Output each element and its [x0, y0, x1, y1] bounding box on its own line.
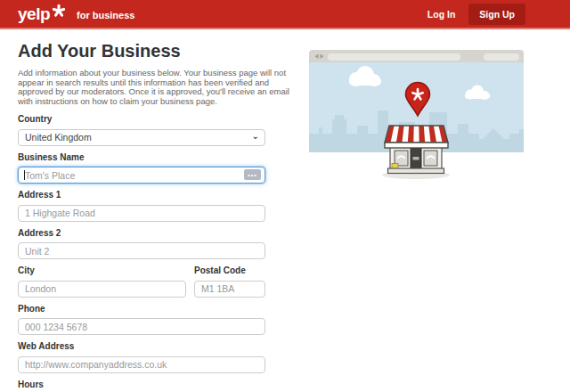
- phone-input[interactable]: [18, 318, 265, 335]
- city-input[interactable]: [18, 281, 186, 298]
- brand[interactable]: yelp for business: [18, 4, 134, 24]
- signup-button[interactable]: Sign Up: [468, 4, 525, 25]
- open-sign: [392, 164, 398, 168]
- country-select[interactable]: United Kingdom: [18, 129, 265, 146]
- store-base: [388, 168, 444, 174]
- awning-valance: [385, 143, 448, 148]
- business-name-group: Business Name •••: [18, 152, 265, 184]
- postal-code-input[interactable]: [194, 281, 265, 298]
- city-group: City: [18, 265, 186, 298]
- business-name-input[interactable]: [18, 167, 265, 184]
- store-window-right: [424, 151, 437, 166]
- chrome-right-pill: [484, 53, 519, 61]
- autofill-icon[interactable]: •••: [244, 169, 261, 180]
- address1-input[interactable]: [18, 205, 265, 222]
- web-address-input[interactable]: [18, 356, 265, 373]
- page-description: Add information about your business belo…: [18, 69, 301, 106]
- yelp-logo: yelp: [18, 4, 50, 24]
- web-address-label: Web Address: [18, 341, 265, 352]
- city-label: City: [18, 265, 186, 276]
- url-bar: [328, 53, 460, 61]
- address1-group: Address 1: [18, 190, 265, 222]
- address1-label: Address 1: [18, 190, 265, 200]
- header: yelp for business Log In Sign Up: [0, 0, 570, 29]
- postal-code-group: Postal Code: [194, 265, 265, 298]
- store-awning: [385, 126, 448, 148]
- business-name-label: Business Name: [18, 152, 265, 163]
- phone-label: Phone: [18, 304, 265, 314]
- text-cursor: [24, 170, 25, 180]
- address2-group: Address 2: [18, 228, 265, 260]
- hours-group: Hours: [18, 380, 265, 392]
- login-link[interactable]: Log In: [428, 9, 456, 20]
- address2-label: Address 2: [18, 228, 265, 239]
- yelp-burst-icon: [52, 4, 66, 21]
- phone-group: Phone: [18, 304, 265, 336]
- country-label: Country: [18, 114, 265, 125]
- city-postal-row: City Postal Code: [18, 265, 265, 298]
- header-nav: Log In Sign Up: [428, 4, 525, 25]
- door-sign: [413, 157, 419, 160]
- storefront-illustration: [307, 47, 530, 183]
- for-business-tagline: for business: [77, 8, 134, 20]
- address2-input[interactable]: [18, 242, 265, 259]
- store: [385, 126, 448, 174]
- postal-code-label: Postal Code: [194, 265, 265, 276]
- hours-label: Hours: [18, 380, 265, 390]
- country-group: Country United Kingdom ⌄: [18, 114, 265, 146]
- web-address-group: Web Address: [18, 341, 265, 373]
